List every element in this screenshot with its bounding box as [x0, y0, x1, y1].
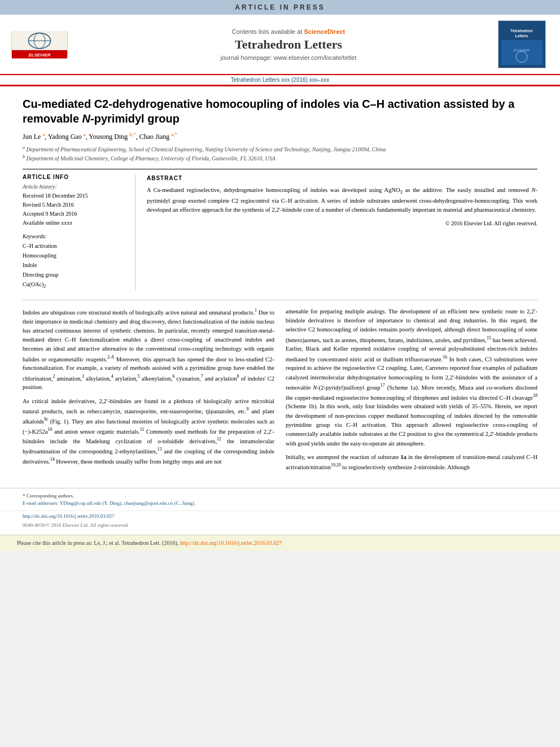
svg-rect-9	[501, 40, 542, 65]
body-col-right: amenable for preparing multiple analogs.…	[286, 307, 537, 477]
affiliation-b: b Department of Medicinal Chemistry, Col…	[23, 154, 537, 163]
doi-ref-line: Tetrahedron Letters xxx (2016) xxx–xxx	[0, 75, 560, 85]
article-in-press-banner: ARTICLE IN PRESS	[0, 0, 560, 15]
body-para-1: Indoles are ubiquitous core structural m…	[23, 307, 274, 392]
affiliations: a Department of Pharmaceutical Engineeri…	[23, 145, 537, 163]
citation-footer: Please cite this article in press as: Le…	[0, 535, 560, 551]
keyword-5: Cu(OAc)2	[23, 279, 128, 291]
abstract-heading: ABSTRACT	[147, 174, 537, 183]
sciencedirect-line: Contents lists available at ScienceDirec…	[90, 28, 487, 35]
bottom-copyright: 0040-4039/© 2016 Elsevier Ltd. All right…	[0, 521, 560, 529]
elsevier-logo-image: ELSEVIER	[11, 32, 68, 57]
red-divider	[0, 85, 560, 86]
article-info-heading: ARTICLE INFO	[23, 174, 128, 180]
svg-text:ELSEVIER: ELSEVIER	[29, 52, 51, 57]
keyword-3: Indole	[23, 260, 128, 270]
info-abstract-row: ARTICLE INFO Article history: Received 1…	[23, 169, 537, 291]
footnotes-area: * Corresponding authors. E-mail addresse…	[0, 488, 560, 510]
received-date: Received 18 December 2015	[23, 191, 128, 200]
journal-homepage: journal homepage: www.elsevier.com/locat…	[90, 54, 487, 61]
banner-text: ARTICLE IN PRESS	[235, 3, 325, 11]
journal-logo-right: Tetrahedron Letters ELSEVIER	[498, 20, 549, 68]
page-wrapper: ARTICLE IN PRESS ELSEVIER Contents lists…	[0, 0, 560, 551]
body-para-2: As critical indole derivatives, 2,2′-bii…	[23, 397, 274, 466]
corresponding-note: * Corresponding authors.	[23, 493, 537, 499]
article-info-col: ARTICLE INFO Article history: Received 1…	[23, 174, 135, 291]
body-para-4: Initially, we attempted the reaction of …	[286, 453, 537, 472]
available-date: Available online xxxx	[23, 219, 128, 228]
history-section: Article history: Received 18 December 20…	[23, 184, 128, 228]
svg-text:Letters: Letters	[515, 34, 528, 38]
keyword-2: Homocoupling	[23, 251, 128, 260]
journal-title: Tetrahedron Letters	[90, 37, 487, 52]
body-col-left: Indoles are ubiquitous core structural m…	[23, 307, 274, 477]
accepted-date: Accepted 9 March 2016	[23, 209, 128, 219]
sciencedirect-link[interactable]: ScienceDirect	[304, 28, 345, 35]
keyword-4: Directing group	[23, 270, 128, 279]
email-addresses: YDing@cop.ufl.edu (Y. Ding), chaojiang@n…	[60, 500, 196, 506]
bottom-doi[interactable]: http://dx.doi.org/10.1016/j.tetlet.2016.…	[0, 510, 560, 521]
keywords-label: Keywords:	[23, 233, 128, 239]
body-para-3: amenable for preparing multiple analogs.…	[286, 307, 537, 448]
abstract-text: A Cu-mediated regioselective, dehydrogen…	[147, 186, 537, 215]
citation-link[interactable]: http://dx.doi.org/10.1016/j.tetlet.2016.…	[180, 540, 282, 546]
journal-header: ELSEVIER Contents lists available at Sci…	[0, 15, 560, 75]
svg-text:Tetrahedron: Tetrahedron	[510, 29, 532, 33]
keyword-1: C–H activation	[23, 241, 128, 251]
revised-date: Revised 5 March 2016	[23, 200, 128, 209]
abstract-col: ABSTRACT A Cu-mediated regioselective, d…	[147, 174, 537, 291]
history-label: Article history:	[23, 184, 128, 190]
abstract-copyright: © 2016 Elsevier Ltd. All rights reserved…	[147, 219, 537, 228]
journal-center: Contents lists available at ScienceDirec…	[79, 28, 498, 61]
tetrahedron-letters-logo: Tetrahedron Letters ELSEVIER	[498, 20, 546, 68]
main-content: Cu-mediated C2-dehydrogenative homocoupl…	[0, 91, 560, 488]
email-line: E-mail addresses: YDing@cop.ufl.edu (Y. …	[23, 500, 537, 506]
authors-line: Jun Le a, Yadong Gao a, Yousong Ding b,*…	[23, 132, 537, 141]
keywords-section: Keywords: C–H activation Homocoupling In…	[23, 233, 128, 291]
affiliation-a: a Department of Pharmaceutical Engineeri…	[23, 145, 537, 154]
article-title: Cu-mediated C2-dehydrogenative homocoupl…	[23, 97, 537, 126]
body-columns: Indoles are ubiquitous core structural m…	[23, 300, 537, 477]
journal-logo-left: ELSEVIER	[11, 32, 79, 57]
